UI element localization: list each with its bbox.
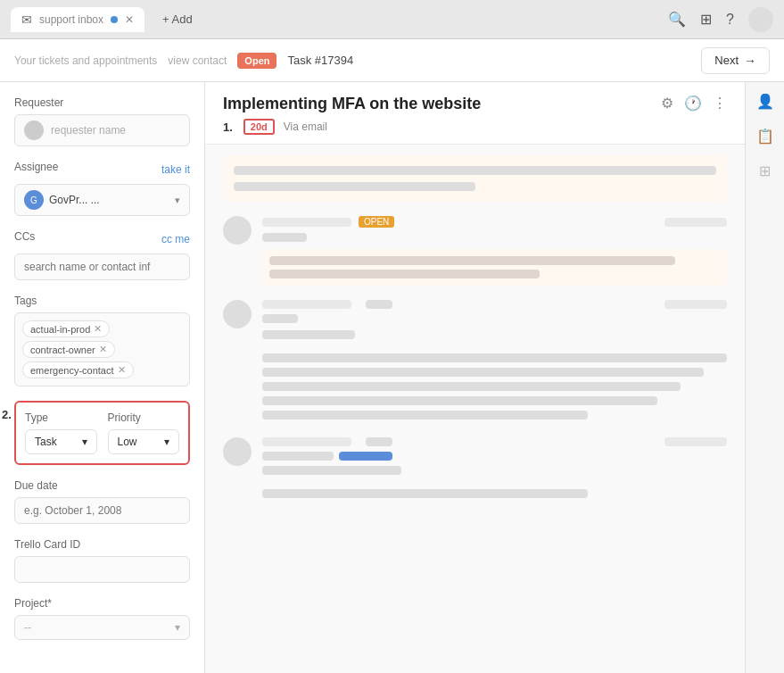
- via-email-text: Via email: [284, 120, 327, 133]
- priority-label: Priority: [108, 411, 180, 424]
- blur-line-1: [234, 166, 716, 175]
- message-2-name: [262, 218, 351, 227]
- message-3-avatar: [223, 300, 252, 328]
- next-button[interactable]: Next →: [701, 47, 770, 74]
- ticket-title: Implementing MFA on the website: [223, 95, 661, 113]
- requester-avatar: [24, 120, 44, 140]
- sidebar: Requester requester name Assignee take i…: [0, 82, 205, 673]
- message-2-avatar: [223, 216, 252, 245]
- messages-area: OPEN: [205, 145, 745, 509]
- message-3-content: [262, 300, 727, 339]
- browser-icons: 🔍 ⊞ ?: [668, 7, 773, 32]
- type-label: Type: [25, 411, 97, 424]
- blur-para-1: [262, 353, 727, 362]
- message-4: [223, 437, 727, 475]
- browser-tab[interactable]: ✉ support inbox ✕: [11, 7, 144, 32]
- message-3-name: [262, 300, 351, 309]
- assignee-label: Assignee: [14, 161, 58, 173]
- message-3-note: [262, 330, 355, 339]
- project-select[interactable]: -- ▾: [14, 615, 190, 640]
- help-icon[interactable]: ?: [726, 12, 734, 28]
- type-select[interactable]: Task ▾: [25, 429, 97, 454]
- tab-close-button[interactable]: ✕: [125, 13, 134, 26]
- bottom-blur-line: [262, 489, 588, 498]
- tags-section: Tags actual-in-prod ✕ contract-owner ✕ e…: [14, 295, 190, 386]
- project-label: Project*: [14, 597, 190, 610]
- message-1: [223, 155, 727, 202]
- type-value: Task: [35, 436, 57, 448]
- requester-name: requester name: [51, 124, 180, 137]
- content-area: Implementing MFA on the website 1. 20d V…: [205, 82, 745, 673]
- project-section: Project* -- ▾: [14, 597, 190, 640]
- type-field: Type Task ▾: [25, 411, 97, 454]
- user-right-icon[interactable]: 👤: [756, 93, 774, 110]
- due-date-label: Due date: [14, 479, 190, 492]
- message-3: [223, 300, 727, 339]
- message-4-dash: [366, 437, 392, 446]
- history-icon[interactable]: 🕐: [684, 95, 702, 112]
- blur-para-4: [262, 396, 657, 405]
- type-priority-section: Type Task ▾ Priority Low ▾: [14, 401, 190, 465]
- cc-search-input[interactable]: [14, 253, 190, 280]
- book-right-icon[interactable]: 📋: [756, 128, 774, 145]
- trello-label: Trello Card ID: [14, 538, 190, 551]
- due-date-input[interactable]: [14, 497, 190, 524]
- type-dropdown-icon: ▾: [82, 436, 87, 448]
- message-4-avatar: [223, 437, 252, 466]
- assignee-name: GovPr... ...: [49, 194, 169, 206]
- assignee-select[interactable]: G GovPr... ... ▾: [14, 184, 190, 216]
- filter-icon[interactable]: ⚙: [661, 95, 673, 112]
- project-dropdown-icon: ▾: [175, 621, 180, 634]
- msg4-text: [262, 452, 334, 461]
- assignee-dropdown-icon: ▾: [175, 195, 180, 206]
- blurred-text-block: [262, 353, 727, 420]
- mail-icon: ✉: [21, 12, 32, 27]
- add-tab-button[interactable]: + Add: [155, 9, 200, 29]
- message-3-dash: [366, 300, 392, 309]
- annotation-1-label: 1.: [223, 120, 233, 134]
- tag-actual-in-prod[interactable]: actual-in-prod ✕: [22, 320, 110, 337]
- bottom-blur: [262, 489, 727, 498]
- app-header: Your tickets and appointments view conta…: [0, 39, 784, 82]
- tab-active-dot: [111, 16, 118, 23]
- task-id: Task #17394: [287, 54, 353, 67]
- trello-input[interactable]: [14, 556, 190, 583]
- tags-container: actual-in-prod ✕ contract-owner ✕ emerge…: [14, 312, 190, 386]
- tag-emergency-contact[interactable]: emergency-contact ✕: [22, 361, 134, 378]
- cc-me-link[interactable]: cc me: [161, 233, 190, 245]
- user-avatar[interactable]: [748, 7, 773, 32]
- due-date-section: Due date: [14, 479, 190, 524]
- bubble-line-2: [269, 270, 540, 278]
- main-layout: Requester requester name Assignee take i…: [0, 82, 784, 673]
- message-4-name: [262, 437, 351, 446]
- blur-para-5: [262, 411, 588, 420]
- status-badge: Open: [237, 53, 276, 69]
- days-badge: 20d: [243, 119, 275, 135]
- message-1-content: [234, 166, 716, 175]
- tags-label: Tags: [14, 295, 190, 307]
- browser-bar: ✉ support inbox ✕ + Add 🔍 ⊞ ?: [0, 0, 784, 39]
- more-options-icon[interactable]: ⋮: [713, 95, 727, 112]
- message-2: OPEN: [223, 216, 727, 286]
- grid-icon[interactable]: ⊞: [700, 11, 712, 28]
- breadcrumb-2: view contact: [168, 54, 227, 67]
- message-4-note: [262, 466, 401, 475]
- grid-right-icon[interactable]: ⊞: [759, 162, 771, 179]
- take-it-link[interactable]: take it: [161, 163, 190, 176]
- tag-close-icon[interactable]: ✕: [118, 364, 126, 376]
- right-panel: 👤 📋 ⊞: [745, 82, 784, 673]
- assignee-section: Assignee take it G GovPr... ... ▾: [14, 161, 190, 216]
- tag-close-icon[interactable]: ✕: [99, 344, 107, 355]
- message-4-content: [262, 437, 727, 475]
- blur-para-2: [262, 368, 704, 377]
- message-2-bubble: [262, 249, 727, 286]
- search-icon[interactable]: 🔍: [668, 11, 686, 28]
- priority-select[interactable]: Low ▾: [108, 429, 180, 454]
- next-arrow-icon: →: [744, 54, 756, 68]
- content-wrapper: Implementing MFA on the website 1. 20d V…: [205, 82, 784, 673]
- assignee-avatar: G: [24, 190, 44, 210]
- tag-contract-owner[interactable]: contract-owner ✕: [22, 341, 115, 358]
- requester-input[interactable]: requester name: [14, 114, 190, 146]
- tag-close-icon[interactable]: ✕: [94, 323, 102, 335]
- ccs-label: CCs: [14, 230, 35, 243]
